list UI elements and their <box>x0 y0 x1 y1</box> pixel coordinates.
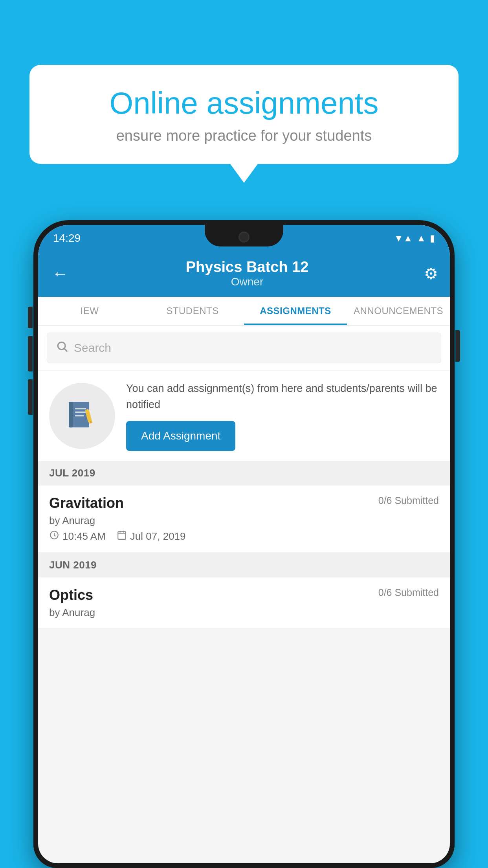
volume-up-button <box>28 336 33 371</box>
speech-bubble-title: Online assignments <box>53 86 435 120</box>
assignment-date: Jul 07, 2019 <box>117 530 186 543</box>
assignment-submitted: 0/6 Submitted <box>378 495 439 506</box>
back-button[interactable]: ← <box>50 262 70 285</box>
notebook-icon <box>64 398 100 434</box>
speech-bubble-subtitle: ensure more practice for your students <box>53 127 435 144</box>
svg-rect-6 <box>75 415 84 416</box>
tab-iew[interactable]: IEW <box>38 297 141 325</box>
section-header-jul-2019: JUL 2019 <box>38 461 450 485</box>
battery-icon: ▮ <box>430 233 435 244</box>
calendar-icon <box>117 530 127 543</box>
assignment-time-text: 10:45 AM <box>62 530 106 542</box>
status-icons: ▼▲ ▲ ▮ <box>394 233 435 244</box>
svg-rect-5 <box>75 411 86 412</box>
mute-button <box>28 307 33 328</box>
info-card: You can add assignment(s) from here and … <box>38 370 450 461</box>
camera <box>238 232 250 243</box>
tab-announcements[interactable]: ANNOUNCEMENTS <box>347 297 450 325</box>
header-title: Physics Batch 12 <box>70 259 424 276</box>
app-header: ← Physics Batch 12 Owner ⚙ <box>38 252 450 297</box>
phone-frame: 14:29 ▼▲ ▲ ▮ ← Physics Batch 12 Owner ⚙ … <box>33 220 455 868</box>
volume-down-button <box>28 379 33 415</box>
svg-point-0 <box>58 342 65 349</box>
wifi-icon: ▼▲ <box>394 233 413 244</box>
search-input[interactable]: Search <box>47 333 441 363</box>
info-card-right: You can add assignment(s) from here and … <box>126 381 439 451</box>
notebook-icon-circle <box>49 383 115 449</box>
assignment-title: Gravitation <box>49 495 124 511</box>
tab-assignments[interactable]: ASSIGNMENTS <box>244 297 347 325</box>
assignment-date-text: Jul 07, 2019 <box>130 530 186 542</box>
assignment-top: Gravitation 0/6 Submitted <box>49 495 439 511</box>
signal-icon: ▲ <box>416 233 426 244</box>
search-container: Search <box>38 326 450 370</box>
speech-bubble: Online assignments ensure more practice … <box>29 65 459 164</box>
assignment-details: 10:45 AM Jul 07, 2019 <box>49 530 439 543</box>
phone-screen: 14:29 ▼▲ ▲ ▮ ← Physics Batch 12 Owner ⚙ … <box>38 225 450 863</box>
search-icon <box>56 340 68 356</box>
tab-students[interactable]: STUDENTS <box>141 297 244 325</box>
assignment-by: by Anurag <box>49 515 439 527</box>
add-assignment-button[interactable]: Add Assignment <box>126 421 235 451</box>
power-button <box>455 330 460 362</box>
assignment-top-optics: Optics 0/6 Submitted <box>49 587 439 603</box>
search-placeholder-text: Search <box>74 341 111 355</box>
info-card-text: You can add assignment(s) from here and … <box>126 381 439 412</box>
tabs-bar: IEW STUDENTS ASSIGNMENTS ANNOUNCEMENTS <box>38 297 450 326</box>
svg-rect-4 <box>75 408 86 409</box>
assignment-item-gravitation[interactable]: Gravitation 0/6 Submitted by Anurag 10:4… <box>38 485 450 553</box>
speech-bubble-container: Online assignments ensure more practice … <box>29 65 459 164</box>
status-time: 14:29 <box>53 232 81 245</box>
clock-icon <box>49 530 59 543</box>
header-center: Physics Batch 12 Owner <box>70 259 424 288</box>
header-subtitle: Owner <box>70 276 424 288</box>
section-header-jun-2019: JUN 2019 <box>38 553 450 577</box>
assignment-by-optics: by Anurag <box>49 607 439 619</box>
svg-line-1 <box>64 349 67 351</box>
phone-notch <box>205 225 283 246</box>
assignment-title-optics: Optics <box>49 587 93 603</box>
svg-rect-3 <box>69 402 73 427</box>
svg-rect-10 <box>118 531 126 539</box>
assignment-time: 10:45 AM <box>49 530 106 543</box>
settings-button[interactable]: ⚙ <box>424 265 438 283</box>
assignment-item-optics[interactable]: Optics 0/6 Submitted by Anurag <box>38 577 450 629</box>
assignment-submitted-optics: 0/6 Submitted <box>378 587 439 598</box>
